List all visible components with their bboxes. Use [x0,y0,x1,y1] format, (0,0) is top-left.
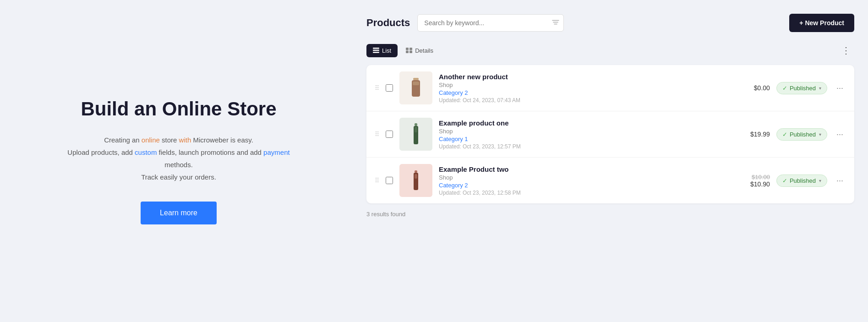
drag-handle-icon[interactable]: ⠿ [375,131,379,138]
product-name: Another new product [439,73,727,81]
check-icon: ✓ [782,85,787,92]
svg-rect-3 [373,48,379,49]
product-info: Another new product Shop Category 2 Upda… [439,73,727,104]
drag-handle-icon[interactable]: ⠿ [375,177,379,184]
row-more-button[interactable]: ··· [834,174,846,187]
product-updated: Updated: Oct 23, 2023, 12:58 PM [439,190,727,196]
table-row: ⠿ Example Product two Shop Category 2 Up… [366,158,854,203]
main-heading: Build an Online Store [81,98,276,120]
table-row: ⠿ Example product one Shop Category 1 Up… [366,111,854,158]
row-more-button[interactable]: ··· [834,128,846,141]
status-label: Published [790,131,816,138]
published-badge[interactable]: ✓ Published ▾ [776,82,827,94]
search-input[interactable] [417,14,564,32]
price-original: $10.00 [733,174,770,180]
list-view-label: List [382,47,391,54]
details-view-label: Details [415,47,433,54]
table-row: ⠿ Another new product Shop Category 2 Up… [366,65,854,111]
svg-rect-4 [373,50,379,51]
results-count: 3 results found [366,211,854,218]
drag-handle-icon[interactable]: ⠿ [375,84,379,92]
product-shop: Shop [439,174,727,181]
product-thumbnail [399,164,432,197]
svg-rect-13 [413,82,419,85]
product-thumbnail [399,71,432,104]
published-badge[interactable]: ✓ Published ▾ [776,175,827,187]
products-title: Products [366,17,410,29]
products-header: Products + New Product [366,14,854,32]
chevron-down-icon: ▾ [819,132,821,137]
price-sale: $10.90 [750,180,770,188]
left-panel: Build an Online Store Creating an online… [0,0,357,322]
search-wrapper [417,14,564,32]
svg-rect-5 [373,52,379,53]
filter-icon [552,19,559,27]
product-updated: Updated: Oct 24, 2023, 07:43 AM [439,97,727,104]
status-label: Published [790,85,816,92]
row-checkbox[interactable] [386,84,393,92]
right-panel: Products + New Product List [357,0,868,322]
product-shop: Shop [439,82,727,88]
product-info: Example product one Shop Category 1 Upda… [439,119,727,150]
product-updated: Updated: Oct 23, 2023, 12:57 PM [439,143,727,150]
svg-rect-15 [415,123,417,126]
row-checkbox[interactable] [386,177,393,184]
svg-rect-8 [406,51,409,54]
product-name: Example product one [439,119,727,127]
svg-rect-17 [415,127,417,132]
product-category[interactable]: Category 2 [439,89,727,96]
check-icon: ✓ [782,131,787,138]
product-category[interactable]: Category 1 [439,136,727,142]
svg-rect-9 [409,51,412,54]
more-options-button[interactable]: ⋮ [838,43,854,58]
check-icon: ✓ [782,177,787,184]
product-shop: Shop [439,128,727,135]
product-price: $0.00 [733,84,770,92]
product-name: Example Product two [439,165,727,173]
chevron-down-icon: ▾ [819,178,821,183]
row-more-button[interactable]: ··· [834,82,846,95]
svg-rect-7 [409,48,412,50]
product-price: $10.00 $10.90 [733,174,770,188]
description-text: Creating an online store with Microweber… [57,134,300,183]
row-checkbox[interactable] [386,131,393,138]
svg-rect-6 [406,48,409,50]
published-badge[interactable]: ✓ Published ▾ [776,128,827,141]
svg-rect-19 [415,170,417,173]
product-category[interactable]: Category 2 [439,182,727,189]
details-view-button[interactable]: Details [399,44,440,57]
product-price: $19.99 [733,131,770,138]
learn-more-button[interactable]: Learn more [141,202,217,224]
new-product-button[interactable]: + New Product [789,14,854,32]
svg-rect-21 [415,174,417,179]
products-list: ⠿ Another new product Shop Category 2 Up… [366,65,854,203]
svg-rect-11 [413,78,419,80]
chevron-down-icon: ▾ [819,86,821,91]
product-thumbnail [399,118,432,151]
list-view-button[interactable]: List [366,44,398,57]
status-label: Published [790,177,816,184]
product-info: Example Product two Shop Category 2 Upda… [439,165,727,196]
view-toggle-bar: List Details ⋮ [366,43,854,58]
